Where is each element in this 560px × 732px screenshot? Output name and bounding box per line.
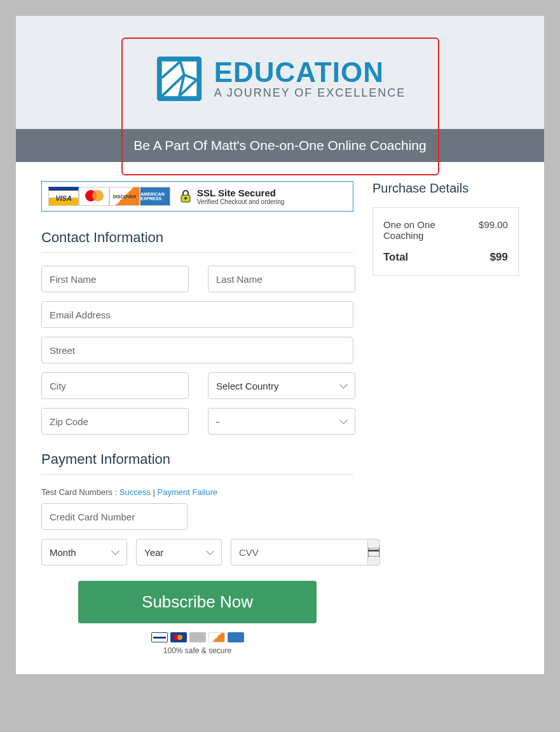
discover-icon: DISCOVER [109,187,140,206]
visa-icon [151,632,168,642]
logo-title: EDUCATION [214,58,406,86]
subscribe-button[interactable]: Subscribe Now [78,581,317,623]
item-price: $99.00 [479,219,508,241]
logo: EDUCATION A JOURNEY OF EXCELLENCE [16,22,544,129]
payment-heading: Payment Information [41,451,353,468]
ssl-box: VISA DISCOVER AMERICAN EXPRESS SSL Site … [41,181,353,212]
cvv-input[interactable] [231,539,367,566]
email-input[interactable] [41,301,353,328]
purchase-title: Purchase Details [372,181,519,196]
mastercard-icon [79,187,109,206]
logo-subtitle: A JOURNEY OF EXCELLENCE [214,86,406,100]
state-select[interactable]: - [208,408,355,435]
test-failure-link[interactable]: Payment Failure [158,487,218,497]
divider [41,252,353,253]
test-cards-line: Test Card Numbers : Success | Payment Fa… [41,487,353,497]
country-select[interactable]: Select Country [208,372,355,399]
footer-card-icons [41,632,353,642]
purchase-column: Purchase Details One on One Coaching $99… [372,181,519,655]
zip-input[interactable] [41,408,189,435]
exp-month-select[interactable]: Month [41,539,127,566]
banner-text: Be A Part Of Matt's One-on-One Online Co… [133,138,426,152]
accepted-cards: VISA DISCOVER AMERICAN EXPRESS [48,187,170,206]
logo-icon [154,54,204,104]
checkout-page: EDUCATION A JOURNEY OF EXCELLENCE Be A P… [16,16,544,674]
item-name: One on One Coaching [383,219,472,241]
discover-icon [208,632,225,642]
last-name-input[interactable] [208,266,355,292]
ssl-sub: Verified Checkout and ordering [197,198,284,205]
purchase-box: One on One Coaching $99.00 Total $99 [372,207,519,276]
header: EDUCATION A JOURNEY OF EXCELLENCE Be A P… [16,16,544,162]
footer-secure-text: 100% safe & secure [41,646,353,655]
total-label: Total [383,251,408,264]
header-top: EDUCATION A JOURNEY OF EXCELLENCE [16,16,544,129]
visa-icon: VISA [48,187,79,206]
street-input[interactable] [41,337,353,363]
divider [41,474,353,475]
form-column: VISA DISCOVER AMERICAN EXPRESS SSL Site … [41,181,353,655]
first-name-input[interactable] [41,266,189,292]
city-input[interactable] [41,372,189,399]
cc-number-input[interactable] [41,503,188,530]
lock-icon [178,189,193,204]
exp-year-select[interactable]: Year [136,539,222,566]
banner: Be A Part Of Matt's One-on-One Online Co… [16,129,544,162]
contact-heading: Contact Information [41,229,353,246]
ssl-title: SSL Site Secured [197,187,284,198]
total-value: $99 [490,251,508,264]
amex-icon: AMERICAN EXPRESS [140,187,170,206]
svg-point-9 [184,197,187,200]
test-success-link[interactable]: Success [120,487,151,497]
generic-card-icon [189,632,206,642]
mastercard-icon [170,632,187,642]
amex-icon [228,632,244,642]
